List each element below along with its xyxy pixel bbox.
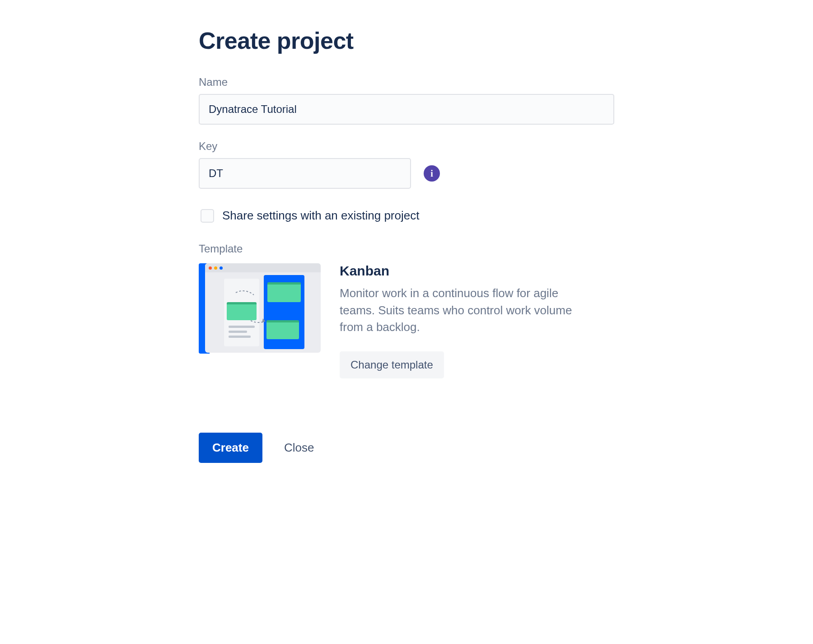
key-field-group: Key i: [199, 140, 614, 189]
key-label: Key: [199, 140, 614, 153]
template-name: Kanban: [340, 263, 596, 279]
name-field-group: Name: [199, 76, 614, 125]
create-project-dialog: Create project Name Key i Share settings…: [199, 27, 614, 463]
share-settings-checkbox[interactable]: [201, 209, 214, 223]
template-description: Monitor work in a continuous flow for ag…: [340, 285, 596, 336]
template-section: Template: [199, 243, 614, 378]
page-title: Create project: [199, 27, 614, 54]
dialog-actions: Create Close: [199, 433, 614, 463]
change-template-button[interactable]: Change template: [340, 351, 444, 378]
template-section-label: Template: [199, 243, 614, 255]
share-settings-label[interactable]: Share settings with an existing project: [222, 209, 419, 223]
key-row: i: [199, 158, 614, 189]
template-row: Kanban Monitor work in a continuous flow…: [199, 263, 614, 378]
close-button[interactable]: Close: [284, 441, 314, 455]
share-settings-row: Share settings with an existing project: [201, 209, 614, 223]
info-icon[interactable]: i: [424, 165, 440, 182]
template-thumbnail: [199, 263, 321, 354]
name-input[interactable]: [199, 94, 614, 125]
name-label: Name: [199, 76, 614, 89]
key-input[interactable]: [199, 158, 411, 189]
create-button[interactable]: Create: [199, 433, 262, 463]
template-info: Kanban Monitor work in a continuous flow…: [340, 263, 614, 378]
